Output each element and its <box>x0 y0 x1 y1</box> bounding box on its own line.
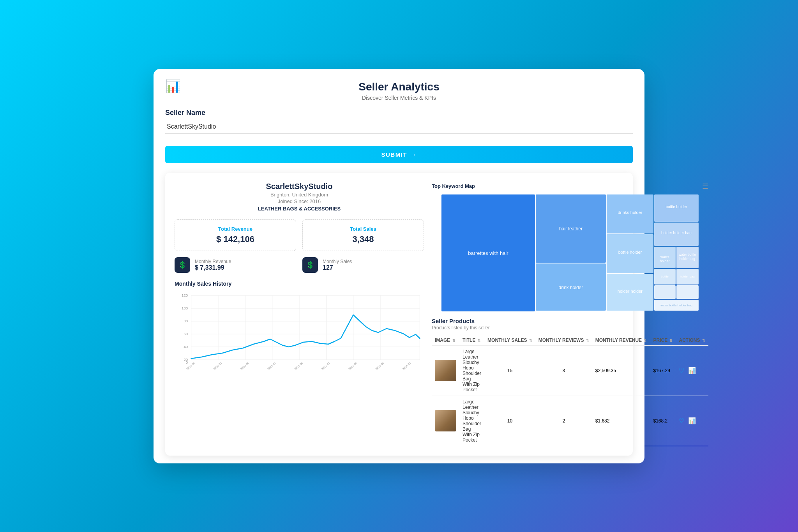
product-monthly-sales-cell: 15 <box>484 345 535 396</box>
svg-text:holder holder bag: holder holder bag <box>661 231 692 235</box>
products-section: Seller Products Products listed by this … <box>432 318 708 446</box>
seller-joined: Joined Since: 2016 <box>175 198 424 204</box>
wishlist-icon[interactable]: ♡ <box>679 417 684 424</box>
svg-rect-57 <box>654 285 676 299</box>
wishlist-icon[interactable]: ♡ <box>679 367 684 374</box>
seller-category: LEATHER BAGS & ACCESSORIES <box>175 206 424 212</box>
svg-text:2020-09: 2020-09 <box>240 361 250 369</box>
keyword-map-menu-icon[interactable]: ☰ <box>702 182 708 191</box>
right-column: Top Keyword Map ☰ barrettes with hair ha… <box>432 182 708 446</box>
svg-text:bottle holder: bottle holder <box>618 250 642 255</box>
page-subtitle: Discover Seller Metrics & KPIs <box>362 95 436 101</box>
monthly-revenue-info: Monthly Revenue $ 7,331.99 <box>195 259 231 271</box>
keyword-map-section: Top Keyword Map ☰ barrettes with hair ha… <box>432 182 708 311</box>
svg-rect-58 <box>676 285 699 299</box>
total-sales-box: Total Sales 3,348 <box>302 219 424 251</box>
monthly-sales-icon: 💲 <box>302 257 318 273</box>
svg-text:100: 100 <box>182 306 188 310</box>
products-subtitle: Products listed by this seller <box>432 325 708 331</box>
monthly-revenue-value: $ 7,331.99 <box>195 264 231 271</box>
svg-text:water bottle: water bottle <box>678 253 696 256</box>
col-monthly-revenue: MONTHLY REVENUE ⇅ <box>592 335 650 346</box>
stats-row: Total Revenue $ 142,106 Total Sales 3,34… <box>175 219 424 251</box>
svg-text:2023-05: 2023-05 <box>374 361 385 369</box>
total-revenue-value: $ 142,106 <box>181 234 290 244</box>
seller-info: ScarlettSkyStudio Brighton, United Kingd… <box>175 182 424 212</box>
svg-text:2021-09: 2021-09 <box>293 361 304 369</box>
seller-location: Brighton, United Kingdom <box>175 192 424 198</box>
sort-icon-sales: ⇅ <box>529 339 532 343</box>
left-column: ScarlettSkyStudio Brighton, United Kingd… <box>175 182 424 446</box>
header-section: 📊 Seller Analytics Discover Seller Metri… <box>165 81 633 101</box>
svg-text:2022-09: 2022-09 <box>348 361 358 369</box>
table-row: Large Leather Slouchy Hobo Shoulder Bag … <box>432 345 708 396</box>
col-image: IMAGE ⇅ <box>432 335 459 346</box>
product-image <box>435 360 456 381</box>
chart-section: Monthly Sales History <box>175 281 424 369</box>
monthly-row: 💲 Monthly Revenue $ 7,331.99 💲 Monthly S… <box>175 257 424 273</box>
svg-text:40: 40 <box>184 345 188 349</box>
product-image-cell <box>432 345 459 396</box>
sort-icon-actions: ⇅ <box>702 339 705 343</box>
dashboard-card: ScarlettSkyStudio Brighton, United Kingd… <box>165 173 633 456</box>
svg-text:holder holder: holder holder <box>618 289 643 293</box>
table-header-row: IMAGE ⇅ TITLE ⇅ MONTHLY SALES ⇅ MONTHLY … <box>432 335 708 346</box>
chart-action-icon[interactable]: 📊 <box>688 367 696 374</box>
svg-text:hair leather: hair leather <box>559 226 583 232</box>
svg-text:drinks holder: drinks holder <box>618 210 642 215</box>
sort-icon-reviews: ⇅ <box>586 339 589 343</box>
product-title-cell: Large Leather Slouchy Hobo Shoulder Bag … <box>459 345 484 396</box>
sort-icon-price: ⇅ <box>669 339 673 343</box>
keyword-map-header: Top Keyword Map ☰ <box>432 182 708 191</box>
chart-action-icon[interactable]: 📊 <box>688 417 696 424</box>
product-image <box>435 410 456 431</box>
sort-icon-title: ⇅ <box>478 339 481 343</box>
svg-text:0: 0 <box>186 361 188 364</box>
product-monthly-reviews-cell: 3 <box>535 345 592 396</box>
svg-text:2020-03: 2020-03 <box>212 361 222 369</box>
svg-text:water bottle holder bag: water bottle holder bag <box>660 304 692 307</box>
table-row: Large Leather Slouchy Hobo Shoulder Bag … <box>432 396 708 446</box>
page-title: Seller Analytics <box>358 81 440 93</box>
svg-text:holder bag: holder bag <box>680 257 695 261</box>
col-actions: ACTIONS ⇅ <box>676 335 708 346</box>
product-title-cell: Large Leather Slouchy Hobo Shoulder Bag … <box>459 396 484 446</box>
svg-text:holder bag: holder bag <box>680 275 695 278</box>
products-title: Seller Products <box>432 318 708 324</box>
seller-display-name: ScarlettSkyStudio <box>175 182 424 191</box>
monthly-sales-info: Monthly Sales 127 <box>323 259 352 271</box>
svg-text:drink holder: drink holder <box>559 285 583 290</box>
analytics-icon: 📊 <box>165 79 181 94</box>
submit-button[interactable]: SUBMIT → <box>165 146 633 163</box>
monthly-revenue-item: 💲 Monthly Revenue $ 7,331.99 <box>175 257 296 273</box>
svg-text:120: 120 <box>182 293 188 297</box>
total-revenue-box: Total Revenue $ 142,106 <box>175 219 296 251</box>
monthly-revenue-icon: 💲 <box>175 257 190 273</box>
total-sales-value: 3,348 <box>309 234 417 244</box>
col-monthly-sales: MONTHLY SALES ⇅ <box>484 335 535 346</box>
product-actions-cell: ♡ 📊 <box>676 345 708 396</box>
sort-icon-image: ⇅ <box>452 339 455 343</box>
svg-text:water: water <box>660 255 669 259</box>
product-image-cell <box>432 396 459 446</box>
product-monthly-revenue-cell: $2,509.35 <box>592 345 650 396</box>
product-monthly-reviews-cell: 2 <box>535 396 592 446</box>
keyword-map-title: Top Keyword Map <box>432 183 475 189</box>
svg-text:60: 60 <box>184 332 188 336</box>
keyword-map-container: barrettes with hair hair leather drink h… <box>432 194 708 311</box>
monthly-sales-item: 💲 Monthly Sales 127 <box>302 257 424 273</box>
outer-card: 📊 Seller Analytics Discover Seller Metri… <box>154 69 644 463</box>
monthly-sales-value: 127 <box>323 264 352 271</box>
svg-text:2021-03: 2021-03 <box>267 361 277 369</box>
seller-name-label: Seller Name <box>165 109 633 117</box>
total-sales-label: Total Sales <box>309 226 417 232</box>
product-price-cell: $167.29 <box>650 345 676 396</box>
sort-icon-revenue: ⇅ <box>644 339 647 343</box>
svg-text:barrettes with hair: barrettes with hair <box>468 250 508 256</box>
col-price: PRICE ⇅ <box>650 335 676 346</box>
product-monthly-revenue-cell: $1,682 <box>592 396 650 446</box>
product-actions-cell: ♡ 📊 <box>676 396 708 446</box>
seller-name-input[interactable] <box>165 120 633 134</box>
svg-text:holder: holder <box>660 259 669 263</box>
total-revenue-label: Total Revenue <box>181 226 290 232</box>
